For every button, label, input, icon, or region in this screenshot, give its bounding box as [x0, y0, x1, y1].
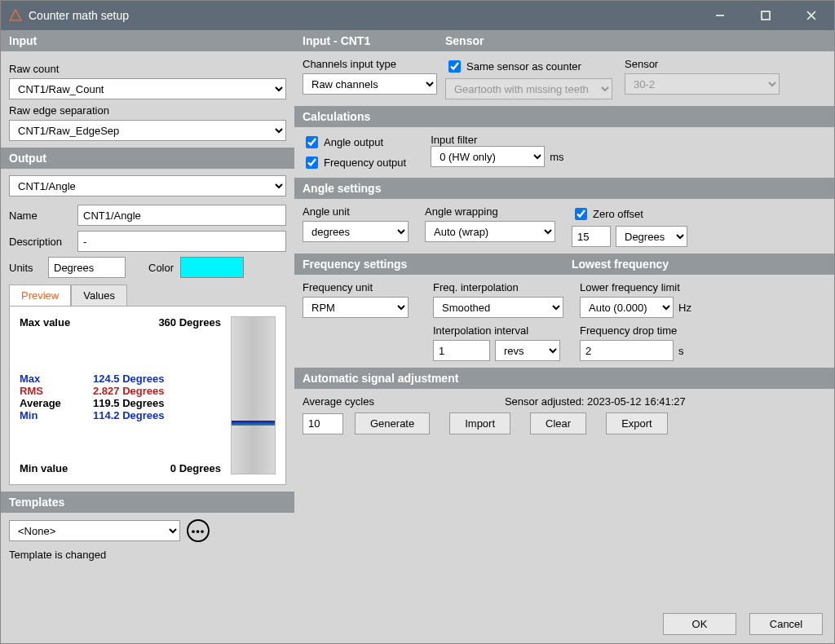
- channels-label: Channels input type: [303, 58, 437, 70]
- template-status: Template is changed: [9, 549, 286, 561]
- freq-interp-select[interactable]: Smoothed: [433, 297, 563, 318]
- frequency-settings-header: Frequency settings: [294, 254, 563, 275]
- interp-interval-label: Interpolation interval: [433, 324, 572, 337]
- minimize-button[interactable]: [697, 1, 743, 30]
- calculations-header: Calculations: [294, 106, 834, 127]
- input-filter-select[interactable]: 0 (HW only): [431, 146, 545, 167]
- input-filter-label: Input filter: [431, 134, 477, 146]
- min-val: 114.2 Degrees: [93, 409, 164, 421]
- frequency-output-checkbox[interactable]: Frequency output: [303, 154, 406, 171]
- description-label: Description: [9, 236, 71, 248]
- input-filter-unit: ms: [550, 151, 563, 163]
- description-field[interactable]: [77, 231, 286, 252]
- avg-label: Average: [20, 397, 93, 409]
- raw-edge-label: Raw edge separation: [9, 104, 286, 117]
- lower-limit-unit: Hz: [678, 302, 691, 314]
- rms-label: RMS: [20, 385, 93, 397]
- same-sensor-checkbox[interactable]: Same sensor as counter: [445, 58, 616, 75]
- interp-interval-field[interactable]: [433, 340, 490, 361]
- sensor-teeth-select: 30-2: [625, 73, 780, 95]
- color-label: Color: [148, 262, 174, 274]
- interp-interval-unit-select[interactable]: revs: [495, 340, 560, 361]
- input-cnt-header: Input - CNT1: [294, 30, 437, 51]
- preview-area: Max value 360 Degrees Max124.5 Degrees R…: [9, 306, 286, 485]
- freq-unit-label: Frequency unit: [303, 281, 425, 293]
- angle-unit-select[interactable]: degrees: [303, 221, 409, 242]
- output-header: Output: [1, 148, 294, 169]
- tab-values[interactable]: Values: [71, 285, 127, 306]
- name-field[interactable]: [77, 205, 286, 226]
- tab-preview[interactable]: Preview: [9, 285, 71, 306]
- input-header: Input: [1, 30, 294, 51]
- preview-bar: [231, 316, 276, 474]
- max-value: 360 Degrees: [158, 316, 221, 329]
- rms-val: 2.827 Degrees: [93, 385, 164, 397]
- lowest-frequency-header: Lowest frequency: [563, 254, 834, 275]
- freq-drop-field[interactable]: [580, 340, 674, 361]
- sensor-teeth-label: Sensor: [625, 58, 826, 70]
- channels-select[interactable]: Raw channels: [303, 73, 437, 95]
- raw-count-select[interactable]: CNT1/Raw_Count: [9, 78, 286, 99]
- close-button[interactable]: [789, 1, 834, 30]
- svg-rect-1: [762, 11, 770, 20]
- maximize-button[interactable]: [743, 1, 789, 30]
- zero-offset-field[interactable]: [572, 226, 611, 247]
- angle-unit-label: Angle unit: [303, 205, 417, 218]
- color-swatch[interactable]: [180, 257, 244, 278]
- units-field[interactable]: [48, 257, 126, 278]
- window-title: Counter math setup: [29, 9, 129, 22]
- lower-limit-label: Lower frequency limit: [580, 281, 826, 293]
- template-more-button[interactable]: •••: [187, 519, 210, 542]
- output-select[interactable]: CNT1/Angle: [9, 175, 286, 196]
- min-label: Min: [20, 409, 93, 421]
- clear-button[interactable]: Clear: [530, 412, 586, 434]
- angle-wrap-select[interactable]: Auto (wrap): [425, 221, 555, 242]
- zero-offset-checkbox[interactable]: Zero offset: [572, 205, 826, 223]
- titlebar: Counter math setup: [1, 1, 834, 30]
- raw-edge-select[interactable]: CNT1/Raw_EdgeSep: [9, 120, 286, 141]
- angle-wrap-label: Angle wrapping: [425, 205, 563, 218]
- avg-val: 119.5 Degrees: [93, 397, 164, 409]
- sensor-header: Sensor: [437, 30, 834, 51]
- template-select[interactable]: <None>: [9, 520, 180, 541]
- units-label: Units: [9, 262, 42, 274]
- lower-limit-select[interactable]: Auto (0.000): [580, 297, 674, 318]
- export-button[interactable]: Export: [606, 412, 668, 434]
- zero-offset-unit-select[interactable]: Degrees: [616, 226, 687, 247]
- max-label: Max: [20, 373, 93, 385]
- templates-header: Templates: [1, 492, 294, 513]
- sensor-type-select: Geartooth with missing teeth: [445, 78, 612, 99]
- app-icon: [9, 9, 22, 22]
- max-val: 124.5 Degrees: [93, 373, 164, 385]
- sensor-adjusted-text: Sensor adjusted: 2023-05-12 16:41:27: [505, 395, 686, 408]
- freq-unit-select[interactable]: RPM: [303, 297, 409, 318]
- import-button[interactable]: Import: [449, 412, 510, 434]
- avg-cycles-label: Average cycles: [303, 395, 374, 408]
- generate-button[interactable]: Generate: [355, 412, 430, 434]
- auto-adjust-header: Automatic signal adjustment: [294, 368, 834, 389]
- avg-cycles-field[interactable]: [303, 413, 343, 434]
- freq-drop-label: Frequency drop time: [580, 324, 826, 337]
- window: Counter math setup Input Raw count CNT1/…: [0, 0, 835, 644]
- angle-output-checkbox[interactable]: Angle output: [303, 134, 406, 151]
- max-value-label: Max value: [20, 316, 93, 329]
- freq-drop-unit: s: [678, 345, 684, 357]
- ok-button[interactable]: OK: [663, 613, 736, 635]
- dialog-footer: OK Cancel: [1, 605, 834, 643]
- raw-count-label: Raw count: [9, 63, 286, 75]
- name-label: Name: [9, 210, 71, 222]
- min-value: 0 Degrees: [170, 462, 221, 474]
- freq-interp-label: Freq. interpolation: [433, 281, 572, 293]
- cancel-button[interactable]: Cancel: [749, 613, 823, 635]
- angle-settings-header: Angle settings: [294, 178, 834, 199]
- min-value-label: Min value: [20, 462, 93, 474]
